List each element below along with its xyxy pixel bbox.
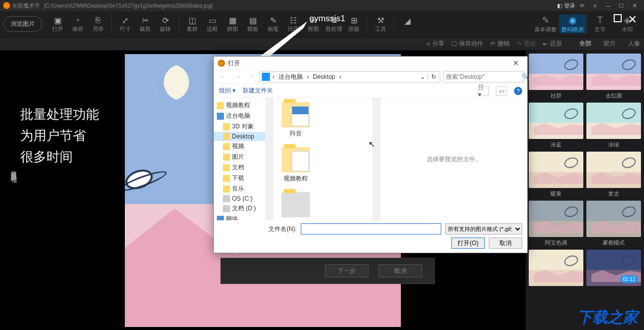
- filename-input[interactable]: [301, 223, 441, 234]
- share-button[interactable]: < 分享: [427, 39, 444, 48]
- tab-portrait[interactable]: 人像: [628, 39, 640, 48]
- save-action-button[interactable]: ☐ 保存动作: [451, 39, 483, 48]
- tool-保存[interactable]: ▫保存: [69, 15, 87, 33]
- minimize-icon[interactable]: —: [602, 1, 615, 11]
- filename-label: 文件名(N):: [268, 225, 297, 233]
- cancel-button[interactable]: 取消: [489, 238, 522, 249]
- tree-这台电脑[interactable]: 这台电脑: [214, 111, 273, 121]
- up-button[interactable]: ↑: [247, 72, 256, 81]
- tool-拼图[interactable]: ▦拼图: [223, 15, 242, 33]
- tree-视频教程[interactable]: 视频教程: [214, 100, 273, 111]
- open-file-dialog: 打开 ✕ ← → ↑ ›这台电脑›Desktop› ⌄↻ 🔍 组织 ▾ 新建文件…: [213, 56, 528, 253]
- forward-button[interactable]: →: [232, 72, 244, 81]
- tree-下载[interactable]: 下载: [214, 173, 273, 183]
- next-button[interactable]: 下一步: [325, 264, 369, 277]
- folder-item[interactable]: 视频教程: [278, 147, 314, 183]
- rtool-数码暗房[interactable]: ◉数码暗房: [559, 15, 586, 33]
- tree-视频[interactable]: 视频: [214, 141, 273, 152]
- new-folder-button[interactable]: 新建文件夹: [243, 86, 273, 95]
- sync-icon[interactable]: ⟳: [575, 1, 588, 11]
- tool-工具[interactable]: ⚒工具: [372, 15, 390, 33]
- breadcrumb[interactable]: ›这台电脑›Desktop› ⌄↻: [259, 71, 440, 82]
- dialog-toolbar: 组织 ▾ 新建文件夹 ☷ ▾ ▭ ?: [214, 84, 527, 98]
- dialog-icon: [218, 60, 225, 67]
- tree-文档 (D:)[interactable]: 文档 (D:): [214, 203, 273, 214]
- tool-边框[interactable]: ▭边框: [203, 15, 221, 33]
- rtool-文字[interactable]: T文字: [586, 15, 614, 33]
- overlay-headline: 批量处理功能为用户节省很多时间: [20, 104, 99, 167]
- tree-OS (C:)[interactable]: OS (C:): [214, 194, 273, 203]
- view-mode-button[interactable]: ☷ ▾: [478, 86, 489, 96]
- search-box[interactable]: 🔍: [443, 71, 524, 82]
- dialog-close-icon[interactable]: ✕: [508, 59, 523, 68]
- maximize-icon[interactable]: ☐: [615, 1, 628, 11]
- cancel-back-button[interactable]: 取消: [379, 264, 422, 277]
- file-list[interactable]: 抖音 视频教程: [273, 98, 381, 220]
- tree-音乐[interactable]: 音乐: [214, 183, 273, 194]
- tool-素材[interactable]: ◫素材: [183, 15, 201, 33]
- tool-另存[interactable]: ⎘另存: [89, 15, 107, 33]
- search-input[interactable]: [446, 73, 522, 80]
- tool-尺寸[interactable]: ⤢尺寸: [116, 15, 134, 33]
- effect-thumb[interactable]: [529, 250, 583, 288]
- search-icon[interactable]: 🔍: [522, 73, 529, 80]
- login-icon[interactable]: ◧ 登录: [557, 2, 575, 10]
- tree-Desktop[interactable]: Desktop: [214, 132, 273, 141]
- tool-旋转[interactable]: ⟳旋转: [156, 15, 174, 33]
- filetype-select[interactable]: 所有支持的图片格式 (*.gif; *.tif: [445, 223, 522, 234]
- overlay-vertical-text: 领腾讯视频礼包: [9, 166, 18, 173]
- file-label: 抖音: [290, 129, 302, 138]
- effect-阿宝色调[interactable]: 阿宝色调: [529, 201, 583, 247]
- chevron-down-icon[interactable]: ⌄: [419, 73, 427, 80]
- tree-网络[interactable]: 网络: [214, 214, 273, 220]
- more-icon[interactable]: ◢: [398, 16, 417, 32]
- tool-排版[interactable]: ⊞排版: [345, 15, 363, 33]
- overlay-maximize-icon[interactable]: [614, 14, 622, 22]
- batch-dialog-footer: 下一步 取消: [220, 258, 435, 284]
- preview-pane: 选择要预览的文件。: [381, 98, 527, 220]
- folder-tree[interactable]: 视频教程这台电脑3D 对象Desktop视频图片文档下载音乐OS (C:)文档 …: [214, 98, 273, 220]
- redo-button[interactable]: ↷ 重做: [517, 39, 536, 48]
- titlebar: 光影魔术手 [C:\Users\XZWM\Desktop\5e71e527gy1…: [0, 0, 644, 11]
- back-button[interactable]: ←: [217, 72, 229, 81]
- file-label: 视频教程: [284, 174, 308, 183]
- drive-icon: [262, 73, 270, 81]
- tab-all[interactable]: 全部: [579, 39, 591, 48]
- tool-裁剪[interactable]: ✂裁剪: [136, 15, 154, 33]
- rtool-基本调整[interactable]: ✎基本调整: [532, 15, 559, 33]
- tree-图片[interactable]: 图片: [214, 152, 273, 162]
- tree-3D 对象[interactable]: 3D 对象: [214, 121, 273, 132]
- cursor-icon: ↖: [369, 139, 375, 149]
- filter-tabs: 全部 胶片 人像: [579, 39, 640, 48]
- effect-thumb[interactable]: 01:12: [586, 250, 641, 288]
- effect-冷绿[interactable]: 冷绿: [586, 103, 641, 149]
- planet-graphic: [125, 166, 155, 193]
- restore-button[interactable]: ⇤ 还原: [543, 39, 562, 48]
- organize-button[interactable]: 组织 ▾: [219, 86, 236, 95]
- tool-打开[interactable]: ▣打开: [49, 15, 67, 33]
- folder-item[interactable]: 抖音: [278, 102, 314, 138]
- dialog-titlebar: 打开 ✕: [214, 57, 527, 70]
- tab-film[interactable]: 胶片: [604, 39, 616, 48]
- preview-pane-button[interactable]: ▭: [496, 86, 507, 96]
- effect-复古[interactable]: 复古: [586, 152, 641, 198]
- effect-暖黄[interactable]: 暖黄: [529, 152, 583, 198]
- tree-文档[interactable]: 文档: [214, 162, 273, 173]
- effect-雾都模式[interactable]: 雾都模式: [586, 201, 641, 247]
- close-icon[interactable]: ✕: [628, 1, 641, 11]
- dialog-navbar: ← → ↑ ›这台电脑›Desktop› ⌄↻ 🔍: [214, 70, 527, 84]
- effect-去红眼[interactable]: 去红眼: [586, 54, 641, 100]
- dialog-title: 打开: [228, 59, 240, 68]
- help-icon[interactable]: ?: [514, 87, 522, 95]
- effect-社群[interactable]: 社群: [529, 54, 583, 100]
- settings-icon[interactable]: ≡: [588, 1, 602, 11]
- browse-button[interactable]: 浏览图片: [3, 16, 42, 32]
- overlay-close-icon[interactable]: ✕: [628, 13, 637, 26]
- open-button[interactable]: 打开(O): [451, 238, 485, 249]
- undo-button[interactable]: ↶ 撤销: [490, 39, 510, 48]
- file-path: [C:\Users\XZWM\Desktop\5e71e527gy1g2w9wi…: [44, 3, 213, 9]
- effect-冷蓝[interactable]: 冷蓝: [529, 103, 583, 149]
- app-icon: [3, 2, 10, 9]
- folder-item[interactable]: [278, 192, 314, 217]
- refresh-icon[interactable]: ↻: [428, 73, 438, 80]
